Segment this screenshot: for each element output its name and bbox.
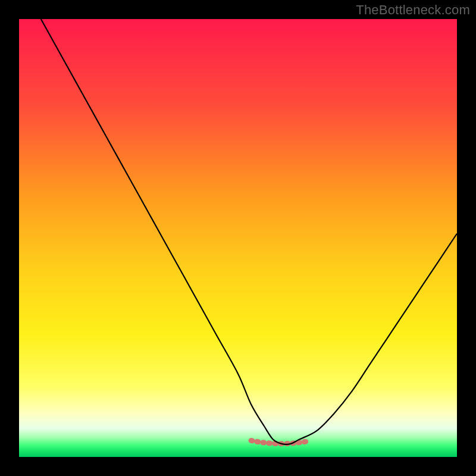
bottleneck-chart bbox=[0, 0, 476, 476]
chart-frame: TheBottleneck.com bbox=[0, 0, 476, 476]
plot-background bbox=[19, 19, 457, 457]
